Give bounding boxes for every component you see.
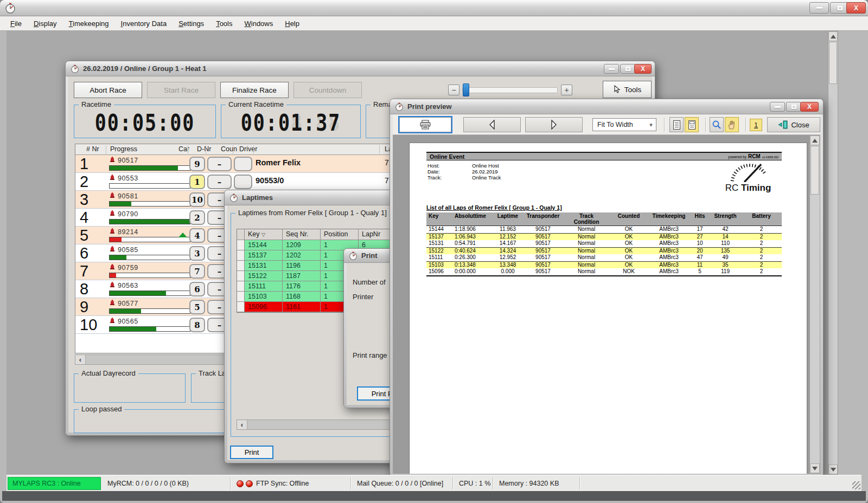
laptimes-print-button[interactable]: Print	[230, 446, 273, 459]
car-number-button[interactable]: 10	[189, 192, 205, 207]
menu-item-windows[interactable]: Windows	[238, 17, 279, 30]
preview-scrollbar[interactable]	[809, 135, 820, 474]
scroll-left-icon[interactable]: ‹	[237, 420, 247, 429]
menu-item-display[interactable]: Display	[28, 17, 63, 30]
main-titlebar[interactable]: X	[0, 0, 868, 16]
report-cell: 49	[710, 254, 741, 261]
countdown-button[interactable]: Countdown	[293, 82, 362, 98]
preview-close-button[interactable]: X	[800, 102, 819, 112]
key-cell: 15096	[245, 302, 283, 312]
pan-tool-button[interactable]	[725, 117, 739, 132]
report-cell: 5	[690, 268, 710, 275]
car-number-button[interactable]: 7	[189, 264, 205, 279]
dnr-button[interactable]: –	[207, 157, 232, 171]
report-cell: 110	[710, 240, 741, 247]
report-row-15144: 151441:18.90611.96390517NormalOKAMBrc317…	[426, 226, 782, 234]
page-number-box[interactable]: 1	[750, 119, 762, 131]
start-race-button[interactable]: Start Race	[147, 82, 215, 98]
resize-grip[interactable]	[852, 481, 860, 489]
size-slider-track[interactable]	[462, 87, 558, 93]
print-preview-titlebar[interactable]: Print preview X	[390, 99, 823, 114]
cursor-icon	[613, 85, 621, 94]
menu-item-settings[interactable]: Settings	[173, 17, 210, 30]
report-cell: 47	[690, 254, 710, 261]
report-cell: AMBrc3	[648, 226, 690, 233]
laptimes-col-key[interactable]: Key ▽	[245, 229, 283, 240]
zoom-out-button[interactable]: −	[448, 85, 459, 95]
close-button[interactable]: X	[846, 2, 866, 14]
size-slider-thumb[interactable]	[463, 83, 469, 96]
driver-col-coun: Coun	[221, 145, 237, 153]
country-button[interactable]	[234, 157, 252, 171]
scrollbar-thumb[interactable]	[810, 146, 819, 195]
single-page-view-button[interactable]	[669, 117, 684, 132]
next-icon	[550, 119, 558, 130]
previous-page-button[interactable]	[463, 117, 521, 132]
minimize-button[interactable]	[809, 2, 829, 14]
printer-icon	[419, 120, 431, 130]
host-value: Online Host	[472, 163, 499, 169]
race-close-button[interactable]: X	[634, 64, 652, 74]
race-maximize-button[interactable]	[620, 64, 635, 74]
report-cell: 0:54.791	[452, 240, 493, 247]
preview-maximize-button[interactable]	[786, 102, 801, 112]
key-cell: 15111	[245, 281, 283, 292]
zoom-in-button[interactable]: +	[561, 85, 572, 95]
menu-item-tools[interactable]: Tools	[210, 17, 238, 30]
dnr-button[interactable]: –	[207, 175, 232, 189]
laptimes-col-seqnr[interactable]: Seq Nr.	[283, 229, 321, 240]
print-button[interactable]	[399, 117, 451, 132]
scroll-up-icon[interactable]	[810, 136, 820, 145]
scroll-up-icon[interactable]	[828, 31, 838, 41]
scroll-down-icon[interactable]	[810, 463, 820, 473]
car-number-button[interactable]: 8	[189, 318, 205, 332]
workspace-scrollbar[interactable]	[828, 31, 838, 475]
abort-race-button[interactable]: Abort Race	[74, 82, 142, 98]
printer-label: Printer	[353, 293, 373, 301]
close-preview-button[interactable]: Close	[767, 117, 820, 132]
race-minimize-button[interactable]	[604, 64, 619, 74]
menu-item-help[interactable]: Help	[279, 17, 305, 30]
report-cell: AMBrc3	[648, 254, 690, 261]
report-cell: 90517	[523, 240, 563, 247]
report-cell: 12.952	[493, 254, 523, 261]
laptimes-col-position[interactable]: Position	[321, 229, 359, 240]
preview-page[interactable]: Online Event powered by RCM v2.43899.993…	[409, 143, 807, 474]
race-window-titlebar[interactable]: 26.02.2019 / Online / Group 1 - Heat 1 X	[66, 61, 655, 76]
transponder-icon	[109, 263, 116, 272]
car-number-button[interactable]: 1	[189, 175, 205, 189]
position-label: 10	[80, 316, 106, 333]
page-layout-view-button[interactable]	[685, 117, 699, 132]
report-row-15131: 151310:54.79114.16790517NormalOKAMBrc310…	[426, 240, 782, 248]
tools-button[interactable]: Tools	[603, 81, 652, 98]
progress-bar	[109, 308, 190, 314]
car-number-button[interactable]: 6	[189, 282, 205, 296]
car-number-button[interactable]: 9	[189, 157, 205, 171]
zoom-mode-select[interactable]: Fit To Width ▾	[592, 118, 656, 131]
scroll-down-icon[interactable]	[828, 465, 838, 474]
car-number-button[interactable]: 2	[189, 210, 205, 225]
finalize-race-button[interactable]: Finalize Race	[220, 82, 289, 98]
car-number-button[interactable]: 4	[189, 228, 205, 243]
report-cell: 42	[710, 226, 741, 233]
next-page-button[interactable]	[525, 117, 583, 132]
country-button[interactable]	[234, 175, 252, 189]
transponder-label: 90581	[118, 192, 138, 200]
laptimes-window-icon	[229, 194, 238, 202]
menu-item-timekeeping[interactable]: Timekeeping	[63, 17, 115, 30]
scrollbar-thumb[interactable]	[829, 42, 837, 84]
print-preview-title: Print preview	[407, 102, 452, 111]
preview-minimize-button[interactable]	[770, 102, 785, 112]
minimize-icon	[816, 7, 822, 9]
driver-col-dnr: D-Nr	[197, 145, 211, 153]
menu-item-inventory-data[interactable]: Inventory Data	[115, 17, 173, 30]
zoom-tool-button[interactable]	[710, 117, 724, 132]
preview-area[interactable]: Online Event powered by RCM v2.43899.993…	[393, 135, 809, 474]
scroll-left-icon[interactable]: ‹	[75, 355, 86, 364]
car-number-button[interactable]: 3	[189, 246, 205, 261]
menu-item-file[interactable]: File	[4, 17, 28, 30]
track-value: Online Track	[472, 175, 501, 180]
report-band: Online Event powered by RCM v2.43899.993	[426, 152, 782, 160]
car-number-button[interactable]: 5	[189, 300, 205, 314]
sort-indicator-icon: ▽	[261, 232, 265, 237]
